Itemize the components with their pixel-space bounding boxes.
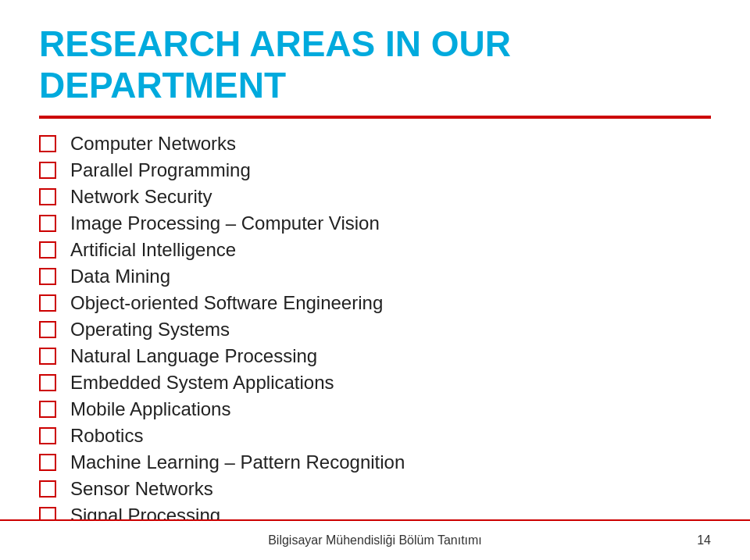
list-item: Operating Systems [39, 319, 711, 341]
checkbox-icon [39, 188, 56, 205]
list-item: Data Mining [39, 266, 711, 287]
list-item: Natural Language Processing [39, 345, 711, 367]
checkbox-icon [39, 427, 56, 444]
list-item: Image Processing – Computer Vision [39, 212, 711, 234]
list-item: Sensor Networks [39, 478, 711, 500]
slide-title: RESEARCH AREAS IN OUR DEPARTMENT [39, 23, 711, 106]
item-label: Computer Networks [70, 133, 236, 155]
item-label: Data Mining [70, 266, 170, 287]
item-label: Mobile Applications [70, 398, 230, 420]
list-item: Object-oriented Software Engineering [39, 292, 711, 314]
item-label: Object-oriented Software Engineering [70, 292, 383, 314]
checkbox-icon [39, 401, 56, 418]
item-label: Parallel Programming [70, 159, 251, 181]
checkbox-icon [39, 454, 56, 471]
list-item: Embedded System Applications [39, 372, 711, 394]
item-label: Artificial Intelligence [70, 239, 236, 261]
title-line1: RESEARCH AREAS IN OUR [39, 23, 511, 64]
list-item: Computer Networks [39, 133, 711, 155]
checkbox-icon [39, 294, 56, 312]
footer-page: 14 [697, 533, 711, 548]
item-label: Network Security [70, 186, 212, 208]
footer: Bilgisayar Mühendisliği Bölüm Tanıtımı 1… [0, 519, 750, 560]
item-label: Embedded System Applications [70, 372, 334, 394]
item-label: Machine Learning – Pattern Recognition [70, 451, 405, 473]
checkbox-icon [39, 374, 56, 391]
divider-line [39, 116, 711, 119]
checkbox-icon [39, 480, 56, 498]
checkbox-icon [39, 135, 56, 152]
item-label: Image Processing – Computer Vision [70, 212, 380, 234]
list-item: Network Security [39, 186, 711, 208]
footer-text: Bilgisayar Mühendisliği Bölüm Tanıtımı [0, 533, 750, 548]
checkbox-icon [39, 348, 56, 365]
item-label: Operating Systems [70, 319, 230, 341]
list-item: Robotics [39, 425, 711, 447]
checkbox-icon [39, 162, 56, 179]
list-item: Parallel Programming [39, 159, 711, 181]
checkbox-icon [39, 215, 56, 232]
checkbox-icon [39, 241, 56, 259]
content-area: Computer NetworksParallel ProgrammingNet… [39, 133, 711, 558]
slide-container: RESEARCH AREAS IN OUR DEPARTMENT Compute… [0, 0, 750, 560]
item-label: Natural Language Processing [70, 345, 317, 367]
list-item: Machine Learning – Pattern Recognition [39, 451, 711, 473]
title-line2: DEPARTMENT [39, 65, 286, 105]
item-label: Sensor Networks [70, 478, 213, 500]
list-item: Mobile Applications [39, 398, 711, 420]
list-item: Artificial Intelligence [39, 239, 711, 261]
checkbox-icon [39, 268, 56, 285]
title-section: RESEARCH AREAS IN OUR DEPARTMENT [39, 23, 711, 106]
item-label: Robotics [70, 425, 143, 447]
checkbox-icon [39, 321, 56, 338]
